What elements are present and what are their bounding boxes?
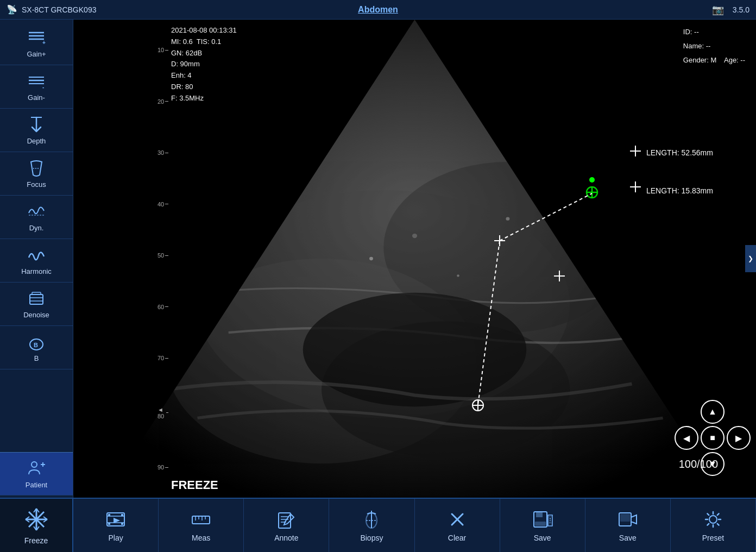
svg-text:+: + xyxy=(42,40,46,46)
save2-button[interactable]: Save xyxy=(585,499,671,552)
sidebar-item-gain-minus[interactable]: - Gain- xyxy=(0,65,73,109)
main-layout: + Gain+ - Gain- Depth F xyxy=(0,20,756,498)
svg-rect-13 xyxy=(32,292,41,294)
nav-row-top: ▲ xyxy=(701,400,724,424)
depth-mark-90: 90 xyxy=(158,464,168,471)
bottom-toolbar: Freeze Play Meas xyxy=(0,498,756,552)
svg-text:-: - xyxy=(42,84,44,90)
svg-rect-82 xyxy=(620,514,630,522)
svg-rect-61 xyxy=(108,514,110,516)
meas-button[interactable]: Meas xyxy=(159,499,244,552)
svg-point-24 xyxy=(303,293,526,407)
probe-id: SX-8CT GRCBGK093 xyxy=(22,5,96,14)
nav-stop-button[interactable]: ■ xyxy=(701,426,724,450)
save2-btn-label: Save xyxy=(619,534,637,542)
gain-plus-label: Gain+ xyxy=(27,50,46,58)
depth-scale: 10 20 30 40 50 60 70 ◄ 80 90 xyxy=(158,47,168,471)
svg-point-16 xyxy=(32,462,37,467)
overlay-info: 2021-08-08 00:13:31 MI: 0.6 TIS: 0.1 GN:… xyxy=(171,25,237,104)
patient-id: ID: -- xyxy=(683,25,745,39)
clear-btn-label: Clear xyxy=(448,534,466,542)
annote-btn-label: Annote xyxy=(274,534,298,542)
freeze-button[interactable]: Freeze xyxy=(0,499,73,552)
sidebar-item-denoise[interactable]: Denoise xyxy=(0,283,73,326)
dyn-label: Dyn. xyxy=(29,224,44,232)
dr: DR: 80 xyxy=(171,81,237,93)
depth-label: Depth xyxy=(27,137,46,145)
b-mode-label: B xyxy=(34,354,39,362)
depth-mark-20: 20 xyxy=(158,98,168,105)
left-sidebar: + Gain+ - Gain- Depth F xyxy=(0,20,73,498)
patient-label: Patient xyxy=(26,481,47,489)
svg-rect-10 xyxy=(30,294,43,304)
nav-row-mid: ◀ ■ ▶ xyxy=(675,426,751,450)
enh: Enh: 4 xyxy=(171,70,237,81)
annote-button[interactable]: Annote xyxy=(244,499,329,552)
preset-btn-label: Preset xyxy=(702,534,724,542)
svg-text:B: B xyxy=(34,342,38,348)
sidebar-item-patient[interactable]: Patient xyxy=(0,452,73,495)
version-label: 3.5.0 xyxy=(733,5,749,14)
svg-point-26 xyxy=(457,274,459,277)
preset-button[interactable]: Preset xyxy=(671,499,756,552)
patient-info: ID: -- Name: -- Gender: M Age: -- xyxy=(683,25,745,67)
svg-point-25 xyxy=(369,257,373,260)
freeze-label: FREEZE xyxy=(171,478,218,492)
patient-name: Name: -- xyxy=(683,39,745,53)
depth-mark-50: 50 xyxy=(158,252,168,259)
image-area: 10 20 30 40 50 60 70 ◄ 80 90 2021-08-08 … xyxy=(73,20,756,498)
svg-rect-64 xyxy=(121,523,123,525)
harmonic-label: Harmonic xyxy=(21,267,52,275)
biopsy-btn-label: Biopsy xyxy=(360,534,383,542)
probe-info: 📡 SX-8CT GRCBGK093 xyxy=(7,4,96,15)
nav-up-button[interactable]: ▲ xyxy=(701,400,724,424)
denoise-label: Denoise xyxy=(23,311,49,319)
exam-type[interactable]: Abdomen xyxy=(358,5,398,15)
mi-tis: MI: 0.6 TIS: 0.1 xyxy=(171,36,237,48)
svg-rect-70 xyxy=(279,513,291,528)
nav-down-button[interactable]: ▼ xyxy=(701,452,724,476)
sidebar-item-focus[interactable]: Focus xyxy=(0,152,73,196)
play-btn-label: Play xyxy=(108,534,123,542)
depth-mark-30: 30 xyxy=(158,149,168,156)
svg-rect-63 xyxy=(108,523,110,525)
save1-btn-label: Save xyxy=(534,534,551,542)
sidebar-item-depth[interactable]: Depth xyxy=(0,109,73,152)
svg-point-83 xyxy=(709,516,717,523)
nav-controls: ▲ ◀ ■ ▶ ▼ xyxy=(675,400,751,476)
depth-mark-80: ◄ 80 xyxy=(158,406,168,419)
svg-point-27 xyxy=(412,234,417,238)
depth-mark-40: 40 xyxy=(158,201,168,208)
panel-expand-arrow[interactable]: ❯ xyxy=(745,245,756,272)
clear-button[interactable]: Clear xyxy=(415,499,500,552)
datetime: 2021-08-08 00:13:31 xyxy=(171,25,237,36)
probe-icon: 📡 xyxy=(7,4,17,15)
camera-icon: 📷 xyxy=(712,4,724,16)
depth-mark-70: 70 xyxy=(158,355,168,361)
save1-button[interactable]: Save xyxy=(500,499,585,552)
freq: F: 3.5MHz xyxy=(171,93,237,104)
biopsy-button[interactable]: Biopsy xyxy=(329,499,414,552)
focus-label: Focus xyxy=(27,180,46,189)
nav-row-bottom: ▼ xyxy=(701,452,724,476)
svg-rect-79 xyxy=(536,512,543,517)
sidebar-item-b-mode[interactable]: B B xyxy=(0,326,73,369)
svg-point-28 xyxy=(506,217,509,221)
depth-mark-60: 60 xyxy=(158,304,168,310)
svg-rect-62 xyxy=(121,514,123,516)
sidebar-item-dyn[interactable]: Dyn. xyxy=(0,196,73,239)
depth-val: D: 90mm xyxy=(171,59,237,70)
topbar: 📡 SX-8CT GRCBGK093 Abdomen 📷 3.5.0 xyxy=(0,0,756,20)
meas-btn-label: Meas xyxy=(192,534,210,542)
svg-rect-80 xyxy=(535,522,546,526)
nav-left-button[interactable]: ◀ xyxy=(675,426,698,450)
nav-right-button[interactable]: ▶ xyxy=(727,426,751,450)
play-button[interactable]: Play xyxy=(73,499,159,552)
sidebar-item-gain-plus[interactable]: + Gain+ xyxy=(0,22,73,65)
patient-gender-age: Gender: M Age: -- xyxy=(683,53,745,67)
gain-minus-label: Gain- xyxy=(28,93,45,102)
sidebar-item-harmonic[interactable]: Harmonic xyxy=(0,239,73,283)
svg-rect-65 xyxy=(192,516,210,524)
freeze-btn-label: Freeze xyxy=(24,536,48,545)
depth-mark-10: 10 xyxy=(158,47,168,53)
